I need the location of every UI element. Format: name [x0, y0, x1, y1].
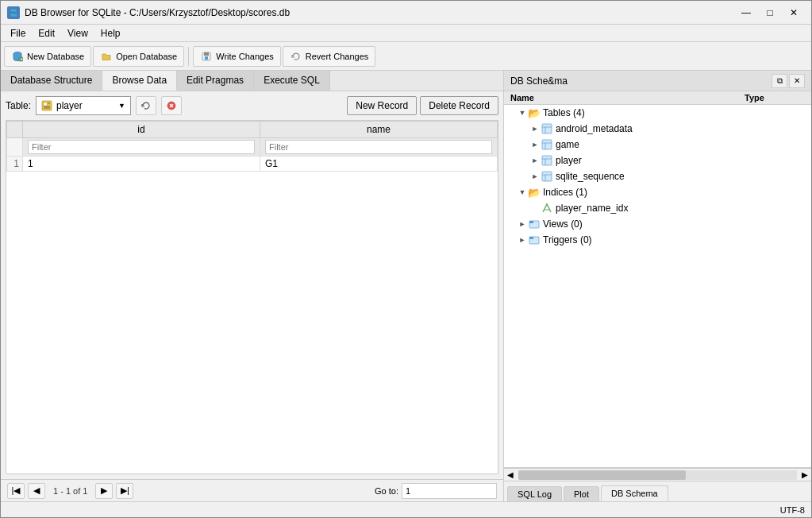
indices-label: Indices (1) [543, 187, 587, 198]
open-database-icon [100, 50, 113, 63]
tree-index-player-name[interactable]: player_name_idx [504, 200, 811, 216]
tabs-bar: Database Structure Browse Data Edit Prag… [1, 71, 503, 91]
tree-table-label-game: game [556, 139, 579, 150]
menubar: File Edit View Help [1, 25, 811, 42]
tables-expand-icon[interactable]: ▼ [517, 107, 528, 118]
clear-button[interactable] [161, 96, 182, 115]
write-changes-button[interactable]: Write Changes [193, 46, 281, 67]
svg-rect-33 [529, 237, 533, 239]
views-folder-icon [528, 218, 541, 230]
menu-view[interactable]: View [61, 26, 94, 41]
col-header-name[interactable]: name [260, 122, 498, 138]
goto-label: Go to: [375, 486, 398, 496]
cell-id[interactable]: 1 [23, 157, 260, 172]
tree-table-player[interactable]: ► player [504, 153, 811, 168]
right-container: DB Sche&ma ⧉ ✕ Name Type ▼ [503, 71, 811, 501]
triggers-label: Triggers (0) [543, 234, 592, 245]
titlebar: DB Browser for SQLite - C:/Users/Krzyszt… [1, 1, 811, 25]
menu-file[interactable]: File [4, 26, 32, 41]
open-database-button[interactable]: Open Database [93, 46, 184, 67]
close-button[interactable]: ✕ [783, 4, 805, 21]
schema-restore-button[interactable]: ⧉ [772, 74, 787, 88]
tab-database-structure[interactable]: Database Structure [1, 71, 102, 91]
svg-rect-7 [204, 52, 209, 56]
tree-table-android-metadata[interactable]: ► android_metadata [504, 121, 811, 137]
minimize-button[interactable]: — [735, 4, 757, 21]
index-expand-spacer [529, 203, 541, 214]
table-icon-android-metadata [541, 122, 553, 135]
tree-type-header: Type [745, 93, 808, 102]
page-prev-button[interactable]: ◀ [28, 483, 45, 499]
data-table: id name [6, 121, 498, 172]
hscroll-right-button[interactable]: ▶ [799, 469, 811, 481]
delete-record-button[interactable]: Delete Record [420, 96, 498, 115]
filter-id-input[interactable] [28, 140, 255, 154]
tab-plot[interactable]: Plot [564, 486, 599, 501]
game-expand-icon[interactable]: ► [529, 139, 541, 150]
tree-table-sqlite-sequence[interactable]: ► sqlite_sequence [504, 168, 811, 184]
tree-triggers-group: ► Triggers (0) [504, 232, 811, 248]
triggers-expand-icon[interactable]: ► [517, 234, 528, 245]
tree-views-row[interactable]: ► Views (0) [504, 216, 811, 232]
revert-changes-button[interactable]: Revert Changes [283, 46, 376, 67]
tab-browse-data[interactable]: Browse Data [102, 71, 177, 91]
maximize-button[interactable]: □ [759, 4, 781, 21]
tree-triggers-row[interactable]: ► Triggers (0) [504, 232, 811, 248]
table-body: 1 1 G1 [7, 157, 498, 172]
new-database-button[interactable]: + New Database [4, 46, 91, 67]
schema-close-button[interactable]: ✕ [789, 74, 805, 88]
selected-table: player [56, 100, 83, 111]
page-next-button[interactable]: ▶ [95, 483, 113, 499]
goto-input[interactable] [402, 483, 497, 499]
window-title: DB Browser for SQLite - C:/Users/Krzyszt… [25, 7, 735, 18]
sqlite-sequence-expand-icon[interactable]: ► [529, 171, 541, 182]
tree-table-label-android: android_metadata [556, 123, 633, 134]
tab-execute-sql[interactable]: Execute SQL [254, 71, 330, 91]
clear-icon [167, 101, 176, 110]
hscroll-left-button[interactable]: ◀ [504, 469, 517, 481]
svg-rect-8 [205, 56, 208, 60]
page-last-button[interactable]: ▶| [116, 483, 133, 499]
android-metadata-expand-icon[interactable]: ► [529, 123, 541, 134]
schema-hscroll: ◀ ▶ [504, 468, 811, 481]
menu-edit[interactable]: Edit [32, 26, 61, 41]
svg-rect-10 [44, 102, 47, 106]
write-changes-label: Write Changes [216, 52, 274, 61]
schema-panel-title: DB Sche&ma [510, 75, 568, 87]
tree-name-header: Name [507, 93, 745, 102]
filter-row [7, 138, 498, 157]
refresh-button[interactable] [136, 96, 156, 115]
table-dropdown[interactable]: player ▼ [36, 96, 131, 115]
tab-sql-log[interactable]: SQL Log [507, 486, 562, 501]
tree-views-group: ► Views (0) [504, 216, 811, 232]
tree-tables-group: ▼ 📂 Tables (4) ► android_metadata [504, 105, 811, 184]
filter-row-num-cell [7, 138, 23, 157]
tab-db-schema[interactable]: DB Schema [601, 485, 668, 501]
tree-indices-row[interactable]: ▼ 📂 Indices (1) [504, 184, 811, 200]
tree-tables-row[interactable]: ▼ 📂 Tables (4) [504, 105, 811, 121]
indices-expand-icon[interactable]: ▼ [517, 187, 528, 198]
views-expand-icon[interactable]: ► [517, 218, 528, 230]
new-record-button[interactable]: New Record [347, 96, 417, 115]
app-icon [7, 6, 20, 19]
cell-name[interactable]: G1 [260, 157, 498, 172]
index-icon-player-name [541, 202, 553, 215]
filter-name-input[interactable] [265, 140, 492, 154]
col-header-id[interactable]: id [23, 122, 260, 138]
player-expand-icon[interactable]: ► [529, 155, 541, 166]
new-database-icon: + [11, 50, 24, 63]
tab-edit-pragmas[interactable]: Edit Pragmas [177, 71, 254, 91]
hscroll-track[interactable] [518, 470, 797, 480]
action-buttons: New Record Delete Record [347, 96, 498, 115]
menu-help[interactable]: Help [94, 26, 127, 41]
tree-table-game[interactable]: ► game [504, 137, 811, 153]
table-icon-game [541, 138, 553, 151]
hscroll-thumb[interactable] [518, 470, 686, 480]
dropdown-arrow-icon: ▼ [118, 102, 125, 110]
page-first-button[interactable]: |◀ [7, 483, 25, 499]
tree-indices-group: ▼ 📂 Indices (1) player_name_idx [504, 184, 811, 216]
schema-panel-header: DB Sche&ma ⧉ ✕ [504, 71, 811, 91]
content-area: Database Structure Browse Data Edit Prag… [1, 71, 811, 501]
svg-point-0 [10, 8, 17, 12]
tree-table-label-player: player [556, 155, 582, 166]
